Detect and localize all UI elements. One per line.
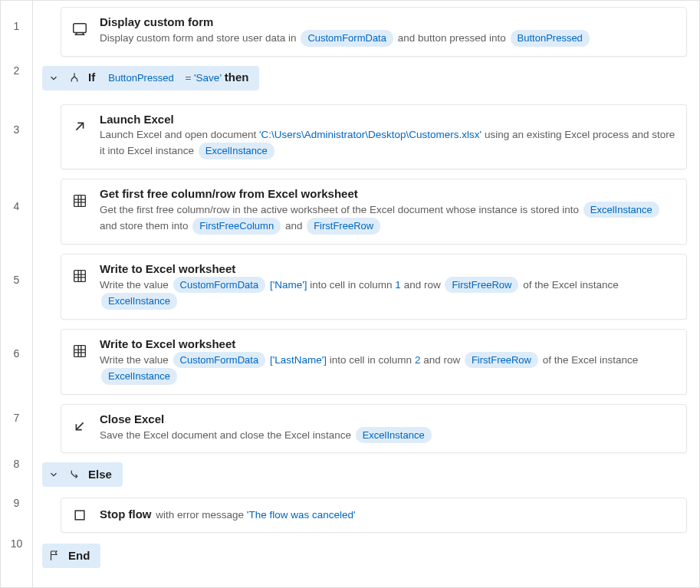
variable-pill: ExcelInstance: [101, 293, 177, 310]
action-description: Launch Excel and open document 'C:\Users…: [100, 127, 675, 159]
svg-rect-0: [74, 24, 87, 33]
line-number: 1: [1, 1, 32, 51]
excel-icon: [69, 190, 90, 212]
flow-editor: 1 2 3 4 5 6 7 8 9 10 Display custom form…: [0, 0, 700, 588]
variable-pill: ButtonPressed: [511, 30, 590, 47]
stop-icon: [69, 504, 90, 526]
line-number: 3: [1, 90, 32, 169]
arrow-down-left-icon: [69, 416, 90, 437]
line-number: 7: [1, 390, 32, 445]
action-description: Display custom form and store user data …: [100, 30, 675, 47]
line-number: 10: [1, 524, 32, 563]
action-description: with error message 'The flow was cancele…: [156, 509, 355, 521]
svg-rect-3: [74, 345, 86, 356]
action-title: Write to Excel worksheet: [100, 262, 675, 275]
excel-icon: [69, 265, 90, 287]
flag-icon: [47, 548, 62, 563]
variable-pill: FirstFreeRow: [307, 218, 380, 235]
chevron-down-icon[interactable]: [47, 71, 61, 85]
variable-pill: CustomFormData: [173, 277, 266, 294]
action-stop-flow[interactable]: Stop flow with error message 'The flow w…: [61, 498, 687, 533]
variable-pill: CustomFormData: [173, 352, 266, 369]
variable-pill: ButtonPressed: [101, 71, 180, 84]
action-description: Save the Excel document and close the Ex…: [100, 427, 675, 444]
action-write-excel-2[interactable]: Write to Excel worksheet Write the value…: [61, 329, 687, 395]
flow-steps: Display custom form Display custom form …: [33, 1, 699, 587]
end-block[interactable]: End: [42, 544, 687, 568]
variable-pill: ExcelInstance: [583, 202, 659, 218]
variable-pill: ExcelInstance: [199, 143, 274, 159]
action-title: Get first free column/row from Excel wor…: [100, 187, 675, 200]
action-title: Display custom form: [100, 15, 675, 28]
line-number: 9: [1, 482, 32, 524]
action-description: Write the value CustomFormData ['Name'] …: [100, 277, 675, 310]
variable-pill: ExcelInstance: [356, 427, 432, 444]
line-gutter: 1 2 3 4 5 6 7 8 9 10: [1, 1, 33, 587]
action-close-excel[interactable]: Close Excel Save the Excel document and …: [61, 404, 687, 454]
form-icon: [69, 18, 90, 40]
variable-pill: FirstFreeRow: [445, 277, 518, 294]
else-keyword: Else: [88, 468, 112, 481]
branch-out-icon: [67, 467, 82, 482]
variable-pill: ExcelInstance: [101, 368, 177, 385]
end-keyword: End: [68, 549, 90, 562]
line-number: 6: [1, 317, 32, 390]
action-title: Launch Excel: [100, 113, 675, 126]
line-number: 5: [1, 243, 32, 317]
arrow-up-right-icon: [69, 116, 90, 137]
svg-rect-4: [75, 511, 84, 520]
else-block[interactable]: Else: [42, 462, 687, 487]
variable-pill: CustomFormData: [301, 30, 393, 47]
action-launch-excel[interactable]: Launch Excel Launch Excel and open docum…: [61, 104, 687, 169]
action-title: Stop flow: [100, 508, 152, 521]
action-write-excel-1[interactable]: Write to Excel worksheet Write the value…: [61, 254, 687, 320]
excel-icon: [69, 340, 90, 362]
line-number: 8: [1, 445, 32, 482]
branch-icon: [67, 71, 82, 86]
action-title: Write to Excel worksheet: [100, 337, 675, 350]
line-number: 4: [1, 169, 32, 243]
if-keyword: If: [88, 71, 98, 84]
action-display-custom-form[interactable]: Display custom form Display custom form …: [61, 7, 687, 57]
svg-rect-2: [74, 270, 86, 281]
variable-pill: FirstFreeRow: [465, 352, 538, 369]
chevron-down-icon[interactable]: [47, 468, 61, 481]
action-get-first-free[interactable]: Get first free column/row from Excel wor…: [61, 179, 687, 245]
variable-pill: FirstFreeColumn: [192, 218, 281, 235]
if-block[interactable]: If ButtonPressed = 'Save' then: [42, 66, 687, 90]
then-keyword: then: [225, 71, 249, 84]
action-description: Get the first free column/row in the act…: [100, 202, 675, 235]
line-number: 2: [1, 51, 32, 90]
action-description: Write the value CustomFormData ['LastNam…: [100, 352, 675, 385]
svg-rect-1: [74, 195, 86, 206]
action-title: Close Excel: [100, 412, 675, 425]
